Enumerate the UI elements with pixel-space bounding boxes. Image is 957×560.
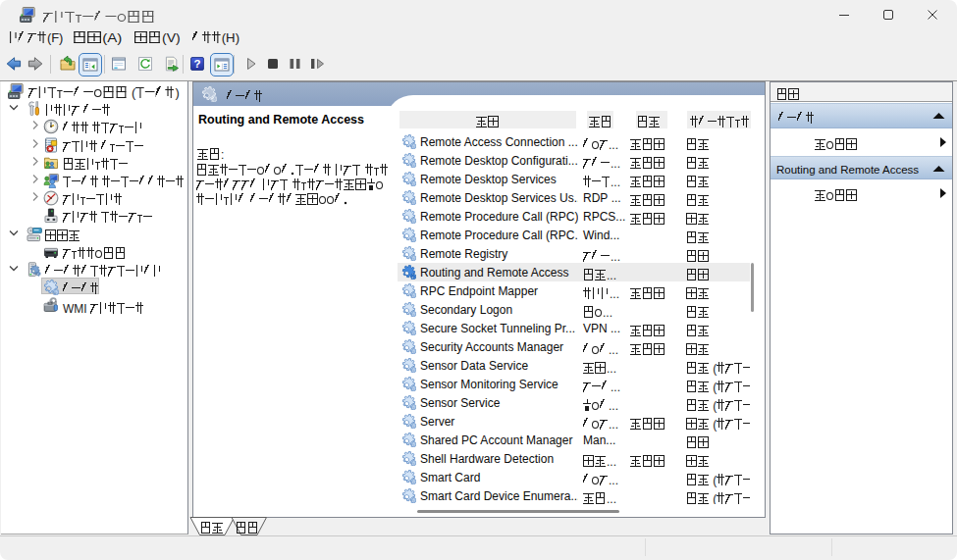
svg-text:?: ? <box>193 58 200 70</box>
